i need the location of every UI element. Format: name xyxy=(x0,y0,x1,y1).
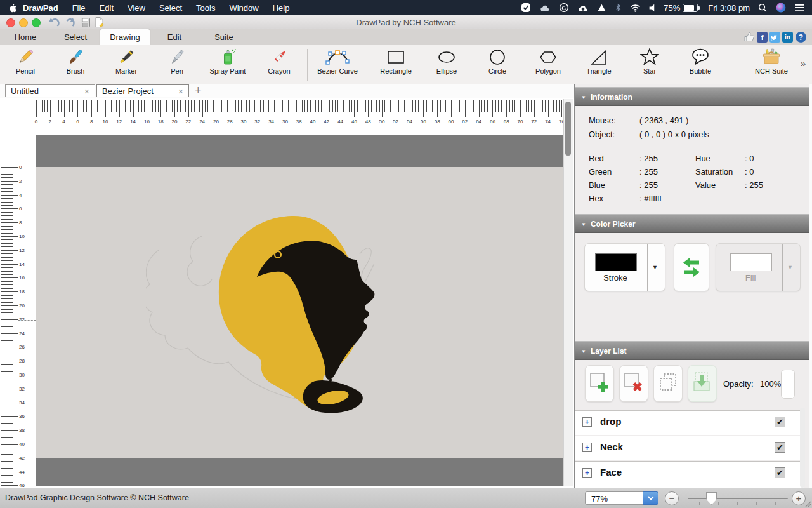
expand-layer-icon[interactable]: + xyxy=(582,468,592,478)
close-tab-icon[interactable]: × xyxy=(178,86,183,97)
menu-file[interactable]: File xyxy=(72,3,86,13)
layer-list-scrollbar[interactable] xyxy=(800,408,805,488)
ruler-number: 16 xyxy=(141,119,152,124)
canvas-scrollbar-thumb[interactable] xyxy=(565,102,571,156)
ruler-tick xyxy=(1,198,13,199)
tool-brush[interactable]: Brush xyxy=(53,47,98,75)
menu-help[interactable]: Help xyxy=(273,3,290,13)
tool-crayon[interactable]: Crayon xyxy=(256,47,302,75)
twitter-icon[interactable] xyxy=(769,32,780,43)
menubar-app-name[interactable]: DrawPad xyxy=(23,3,58,13)
swap-stroke-fill-button[interactable] xyxy=(674,243,709,291)
information-panel-header[interactable]: ▼Information xyxy=(575,87,809,106)
ruler-tick xyxy=(1,448,13,448)
artwork-face-illustration[interactable] xyxy=(146,210,400,425)
tool-bezier-curve[interactable]: Bezier Curve xyxy=(311,47,364,75)
wifi-icon[interactable] xyxy=(630,4,641,12)
triangle-icon[interactable] xyxy=(597,3,606,12)
expand-layer-icon[interactable]: + xyxy=(582,443,592,452)
battery-indicator[interactable]: 75% xyxy=(664,3,700,13)
tool-star[interactable]: Star xyxy=(627,47,672,75)
ruler-tick xyxy=(1,403,18,403)
toolbar-overflow-chevron[interactable]: » xyxy=(801,58,806,69)
color-picker-panel-header[interactable]: ▼Color Picker xyxy=(575,214,809,233)
ruler-tick xyxy=(213,100,214,112)
menu-view[interactable]: View xyxy=(128,3,145,13)
facebook-icon[interactable]: f xyxy=(757,32,768,43)
linkedin-icon[interactable]: in xyxy=(782,32,793,43)
tool-nch-suite[interactable]: NCH Suite xyxy=(746,47,797,75)
stroke-dropdown-arrow[interactable]: ▼ xyxy=(652,264,658,271)
canvas-page[interactable] xyxy=(36,167,563,458)
window-resize-grip[interactable] xyxy=(803,499,811,507)
layer-row-face[interactable]: + Face ✔ xyxy=(575,461,804,488)
add-layer-button[interactable] xyxy=(585,365,614,402)
ruler-tick xyxy=(53,100,53,112)
tool-pen[interactable]: Pen xyxy=(154,47,200,75)
tab-suite[interactable]: Suite xyxy=(199,29,249,45)
ruler-number: 18 xyxy=(155,119,166,124)
siri-icon[interactable] xyxy=(776,3,786,13)
menu-select[interactable]: Select xyxy=(159,3,182,13)
tab-home[interactable]: Home xyxy=(0,29,51,45)
zoom-slider-track[interactable] xyxy=(688,498,788,499)
tool-marker[interactable]: Marker xyxy=(103,47,149,75)
tool-circle[interactable]: Circle xyxy=(475,47,520,75)
layer-visible-checkbox[interactable]: ✔ xyxy=(775,467,785,478)
close-tab-icon[interactable]: × xyxy=(84,86,89,97)
menu-edit[interactable]: Edit xyxy=(100,3,114,13)
layer-visible-checkbox[interactable]: ✔ xyxy=(775,417,785,427)
stroke-color-button[interactable]: Stroke ▼ xyxy=(584,243,665,291)
tool-triangle[interactable]: Triangle xyxy=(576,47,622,75)
bluetooth-icon[interactable] xyxy=(615,3,622,12)
tab-edit[interactable]: Edit xyxy=(150,29,199,45)
delete-layer-button[interactable] xyxy=(619,365,648,402)
duplicate-layer-button[interactable] xyxy=(653,365,683,402)
spotlight-search-icon[interactable] xyxy=(758,3,768,13)
ruler-tick xyxy=(1,222,18,223)
tab-drawing[interactable]: Drawing xyxy=(100,29,150,45)
zoom-combobox-dropdown-button[interactable] xyxy=(643,491,658,505)
merge-layer-button[interactable] xyxy=(688,365,717,402)
cloud-upload-icon[interactable] xyxy=(577,4,589,12)
ruler-tick xyxy=(462,100,462,112)
zoom-level-combobox[interactable]: 77% xyxy=(585,491,643,505)
tool-ellipse[interactable]: Ellipse xyxy=(424,47,469,75)
apple-menu-icon[interactable] xyxy=(9,3,17,13)
notification-center-icon[interactable] xyxy=(794,4,804,11)
ruler-tick xyxy=(313,100,313,117)
zoom-out-button[interactable]: − xyxy=(665,491,679,505)
layer-list-panel-header[interactable]: ▼Layer List xyxy=(575,341,809,360)
ruler-tick xyxy=(122,100,122,112)
tool-spray-paint[interactable]: Spray Paint xyxy=(205,47,251,75)
layer-visible-checkbox[interactable]: ✔ xyxy=(775,442,785,453)
tool-pencil[interactable]: Pencil xyxy=(3,47,48,75)
like-thumb-icon[interactable] xyxy=(743,31,756,45)
new-tab-button[interactable]: + xyxy=(195,84,202,97)
doc-tab-bezier-project[interactable]: Bezier Project × xyxy=(96,84,189,97)
menubar-clock[interactable]: Fri 3:08 pm xyxy=(708,3,750,13)
tool-polygon[interactable]: Polygon xyxy=(525,47,571,75)
layer-row-drop[interactable]: + drop ✔ xyxy=(575,410,804,435)
ruler-tick xyxy=(1,291,18,292)
creative-cloud-icon[interactable] xyxy=(559,3,569,13)
shield-check-icon[interactable] xyxy=(521,3,531,13)
ruler-tick xyxy=(1,326,13,327)
canvas-vertical-scrollbar[interactable] xyxy=(563,99,573,486)
fill-dropdown-arrow[interactable]: ▼ xyxy=(787,264,793,271)
tool-rectangle[interactable]: Rectangle xyxy=(373,47,419,75)
opacity-stepper[interactable] xyxy=(781,370,795,399)
layer-row-neck[interactable]: + Neck ✔ xyxy=(575,436,804,460)
tool-bubble[interactable]: Bubble xyxy=(678,47,723,75)
help-button[interactable]: ? xyxy=(796,32,806,43)
menu-window[interactable]: Window xyxy=(229,3,258,13)
menu-tools[interactable]: Tools xyxy=(196,3,215,13)
doc-tab-untitled[interactable]: Untitled × xyxy=(5,84,95,97)
expand-layer-icon[interactable]: + xyxy=(582,417,592,427)
ruler-tick xyxy=(354,100,355,117)
cloud-icon[interactable] xyxy=(539,4,551,12)
volume-icon[interactable] xyxy=(649,4,655,12)
fill-color-button[interactable]: Fill ▼ xyxy=(716,243,801,291)
ruler-tick xyxy=(1,226,13,227)
tab-select[interactable]: Select xyxy=(51,29,100,45)
